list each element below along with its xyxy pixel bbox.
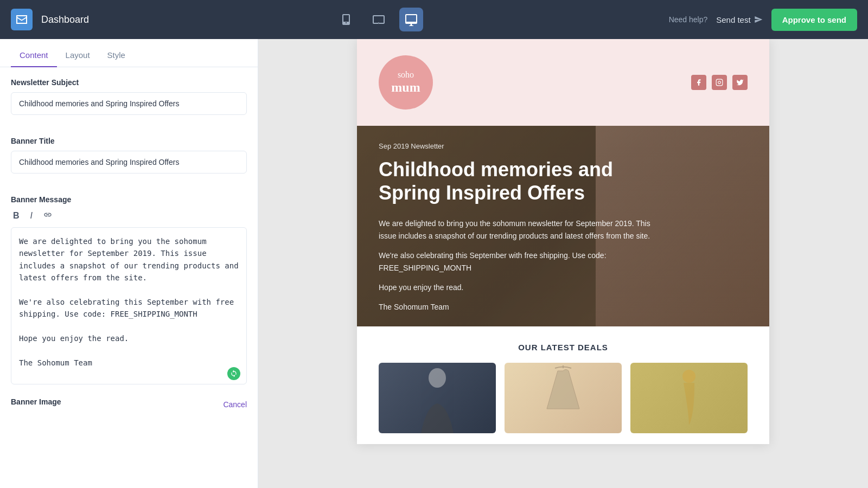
banner-body-p2: We're also celebrating this September wi… <box>379 249 661 274</box>
brand-logo: soho mum <box>379 55 433 110</box>
text-toolbar: B I <box>11 209 247 222</box>
newsletter-subject-section: Newsletter Subject <box>11 78 247 126</box>
svg-rect-0 <box>716 79 723 86</box>
facebook-icon <box>691 75 706 90</box>
banner-body: We are delighted to bring you the sohomu… <box>379 217 661 313</box>
banner-subtitle: Sep 2019 Newsletter <box>379 142 748 150</box>
app-logo <box>11 9 33 30</box>
dashboard-title: Dashboard <box>41 14 89 25</box>
banner-message-section: Banner Message B I We are delighted to b… <box>11 195 247 387</box>
banner-body-p3: Hope you enjoy the read. <box>379 281 661 293</box>
instagram-icon <box>712 75 727 90</box>
tab-content[interactable]: Content <box>11 44 57 67</box>
approve-to-send-button[interactable]: Approve to send <box>771 9 857 31</box>
banner-title-label: Banner Title <box>11 137 247 145</box>
banner-image-row: Banner Image Cancel <box>11 397 247 412</box>
social-icons <box>691 75 748 90</box>
email-preview: soho mum <box>357 39 769 444</box>
banner-body-p1: We are delighted to bring you the sohomu… <box>379 217 661 242</box>
italic-button[interactable]: I <box>28 209 35 222</box>
tablet-view-button[interactable] <box>367 8 391 31</box>
email-header: soho mum <box>357 39 769 126</box>
cancel-link[interactable]: Cancel <box>223 400 247 409</box>
banner-message-label: Banner Message <box>11 195 247 204</box>
newsletter-subject-input[interactable] <box>11 92 247 115</box>
tab-style[interactable]: Style <box>99 44 134 67</box>
need-help-link[interactable]: Need help? <box>669 15 708 24</box>
svg-point-4 <box>682 370 695 383</box>
tab-layout[interactable]: Layout <box>57 44 99 67</box>
ai-assist-icon[interactable] <box>227 367 240 380</box>
main-content: Content Layout Style Newsletter Subject … <box>0 39 868 488</box>
mobile-view-button[interactable] <box>334 8 358 31</box>
brand-name-top: soho <box>398 69 414 80</box>
panel-body: Newsletter Subject Banner Title Banner M… <box>0 67 258 488</box>
deal-item-1 <box>379 363 496 433</box>
bold-button[interactable]: B <box>11 209 22 222</box>
banner-body-p4: The Sohomum Team <box>379 301 661 313</box>
brand-name-bottom: mum <box>391 80 420 95</box>
nav-actions: Need help? Send test Approve to send <box>669 9 857 31</box>
email-preview-area: soho mum <box>258 39 868 488</box>
send-test-button[interactable]: Send test <box>716 15 762 24</box>
left-panel: Content Layout Style Newsletter Subject … <box>0 39 258 488</box>
banner-title-section: Banner Title <box>11 137 247 184</box>
banner-title-input[interactable] <box>11 151 247 174</box>
desktop-view-button[interactable] <box>399 8 423 31</box>
preview-banner-title: Childhood memories and Spring Inspired O… <box>379 158 639 204</box>
banner-image-label: Banner Image <box>11 397 61 406</box>
device-switcher <box>89 8 669 31</box>
banner-message-wrapper: We are delighted to bring you the sohomu… <box>11 227 247 387</box>
deals-grid <box>379 363 748 433</box>
deal-item-3 <box>630 363 748 433</box>
deals-title: OUR LATEST DEALS <box>379 343 748 352</box>
newsletter-subject-label: Newsletter Subject <box>11 78 247 87</box>
link-button[interactable] <box>41 209 54 222</box>
svg-point-2 <box>429 368 446 388</box>
email-banner: Sep 2019 Newsletter Childhood memories a… <box>357 126 769 326</box>
deal-item-2 <box>505 363 622 433</box>
panel-tabs: Content Layout Style <box>0 39 258 67</box>
top-navigation: Dashboard Need help? Send test Approve t… <box>0 0 868 39</box>
banner-image-section: Banner Image Cancel <box>11 397 247 412</box>
twitter-icon <box>732 75 748 90</box>
banner-content: Sep 2019 Newsletter Childhood memories a… <box>357 126 769 326</box>
deals-section: OUR LATEST DEALS <box>357 326 769 444</box>
banner-message-textarea[interactable]: We are delighted to bring you the sohomu… <box>11 227 247 384</box>
